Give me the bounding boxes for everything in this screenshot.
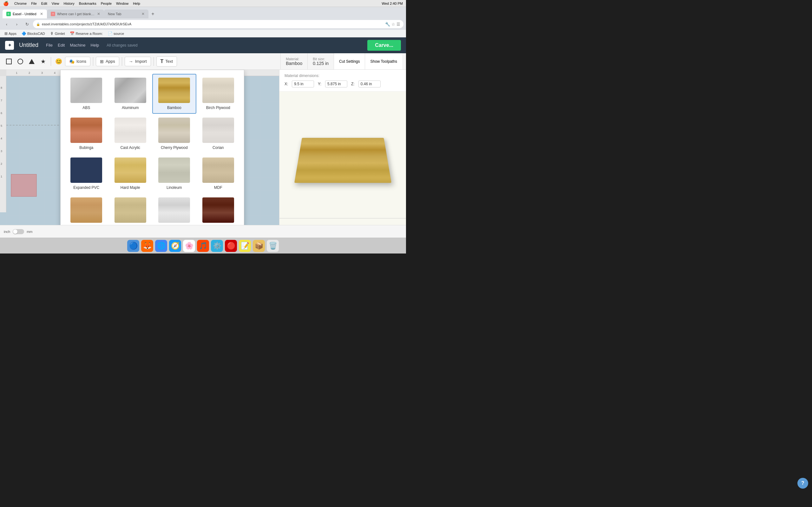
tab-title-newtab: New Tab xyxy=(108,12,121,16)
material-item-bottom1[interactable] xyxy=(64,193,108,225)
ruler-vertical: 8 7 6 5 4 3 2 1 xyxy=(0,76,6,212)
page-title[interactable]: Untitled xyxy=(19,42,38,49)
bookmark-star-icon[interactable]: ☆ xyxy=(392,22,395,26)
apps-button[interactable]: ⊞ Apps xyxy=(96,57,119,66)
square-icon xyxy=(6,59,12,64)
tab-newtab[interactable]: New Tab ✕ xyxy=(104,9,148,18)
material-item-birch-plywood[interactable]: Birch Plywood xyxy=(196,74,241,114)
material-thumb-linoleum xyxy=(158,158,190,183)
bookmark-apps[interactable]: ⊞ Apps xyxy=(3,31,18,37)
material-dropdown[interactable]: ABS Aluminum Bamboo Birch Plywood Bubing… xyxy=(60,70,244,225)
reload-button[interactable]: ↻ xyxy=(23,20,31,28)
triangle-icon xyxy=(29,59,35,64)
menu-item-machine[interactable]: Machine xyxy=(70,43,85,48)
cut-settings-label: Cut Settings xyxy=(339,59,360,64)
show-toolpaths-button[interactable]: Show Toolpaths xyxy=(365,53,402,69)
bookmark-gimlet[interactable]: 🎙 Gimlet xyxy=(48,31,67,37)
bookmark-source[interactable]: 📄 source xyxy=(106,31,126,37)
menu-help[interactable]: Help xyxy=(133,2,140,5)
material-name-abs: ABS xyxy=(83,106,90,110)
material-item-bottom2[interactable] xyxy=(108,193,153,225)
material-item-cherry-plywood[interactable]: Cherry Plywood xyxy=(152,114,196,154)
import-button[interactable]: → Import xyxy=(125,57,151,66)
tab-close-where[interactable]: ✕ xyxy=(97,12,100,16)
menu-people[interactable]: People xyxy=(101,2,112,5)
dock-trash[interactable]: 🗑️ xyxy=(267,240,279,252)
tab-close-easel[interactable]: ✕ xyxy=(40,12,43,16)
dim-z-input[interactable] xyxy=(358,80,380,88)
apple-menu[interactable]: 🍎 xyxy=(3,1,9,6)
canvas-area[interactable]: 1 2 3 4 5 6 8 7 6 5 4 3 2 1 xyxy=(0,70,279,225)
bookmark-blockscad[interactable]: 🔷 BlocksCAD xyxy=(20,31,47,37)
menu-edit[interactable]: Edit xyxy=(41,2,47,5)
dock-app1[interactable]: 🔴 xyxy=(225,240,237,252)
toggle-track[interactable] xyxy=(13,229,24,234)
main-area: 1 2 3 4 5 6 8 7 6 5 4 3 2 1 xyxy=(0,70,406,225)
material-item-bottom3[interactable] xyxy=(152,193,196,225)
omnibar[interactable]: 🔒 easel.inventables.com/projects/zTZdUkl… xyxy=(33,20,403,28)
carve-button[interactable]: Carve... xyxy=(367,40,401,51)
bit-value: 0.125 in xyxy=(313,61,328,66)
material-item-corian[interactable]: Corian xyxy=(196,114,241,154)
new-tab-button[interactable]: + xyxy=(148,9,157,18)
bookmark-label-source: source xyxy=(113,32,124,36)
svg-text:5: 5 xyxy=(1,124,2,127)
menu-window[interactable]: Window xyxy=(116,2,129,5)
material-item-abs[interactable]: ABS xyxy=(64,74,108,114)
tab-where[interactable]: ? Where can I get blank SVG... ✕ xyxy=(47,9,104,18)
svg-text:6: 6 xyxy=(1,112,2,115)
dock-finder[interactable]: 🔵 xyxy=(127,240,139,252)
dock-firefox[interactable]: 🦊 xyxy=(141,240,153,252)
material-item-bottom4[interactable] xyxy=(196,193,241,225)
material-item-expanded-pvc[interactable]: Expanded PVC xyxy=(64,154,108,193)
dock-stickies[interactable]: 📝 xyxy=(239,240,251,252)
svg-text:2: 2 xyxy=(1,162,2,165)
icons-button[interactable]: 🎭 Icons xyxy=(65,57,90,66)
dock-installer[interactable]: 📦 xyxy=(253,240,265,252)
bookmark-label-apps: Apps xyxy=(9,32,16,36)
bit-size-selector[interactable]: Bit size: 0.125 in xyxy=(307,53,334,69)
dock-photos[interactable]: 🌸 xyxy=(183,240,195,252)
material-item-bubinga[interactable]: Bubinga xyxy=(64,114,108,154)
menu-item-file[interactable]: File xyxy=(46,43,53,48)
material-item-linoleum[interactable]: Linoleum xyxy=(152,154,196,193)
dim-y-input[interactable] xyxy=(325,80,347,88)
tab-easel[interactable]: E Easel - Untitled ✕ xyxy=(3,9,47,18)
dock-cura[interactable]: ⚙️ xyxy=(211,240,223,252)
menu-bookmarks[interactable]: Bookmarks xyxy=(79,2,96,5)
menu-item-help[interactable]: Help xyxy=(91,43,99,48)
menu-view[interactable]: View xyxy=(52,2,59,5)
shape-circle-tool[interactable] xyxy=(15,56,26,66)
dock-music[interactable]: 🎵 xyxy=(197,240,209,252)
unit-toggle[interactable] xyxy=(13,229,24,234)
material-selector[interactable]: Material: Bamboo xyxy=(281,53,307,69)
forward-button[interactable]: › xyxy=(13,20,21,28)
bookmark-reserve[interactable]: 📅 Reserve a Room: xyxy=(68,31,105,37)
material-item-aluminum[interactable]: Aluminum xyxy=(108,74,153,114)
material-name-expanded-pvc: Expanded PVC xyxy=(73,185,99,190)
dock-safari[interactable]: 🧭 xyxy=(169,240,181,252)
menu-chrome[interactable]: Chrome xyxy=(14,2,27,5)
dim-x-input[interactable] xyxy=(292,80,314,88)
shape-triangle-tool[interactable] xyxy=(27,56,37,66)
extensions-icon[interactable]: 🔧 xyxy=(385,22,390,26)
cut-settings-button[interactable]: Cut Settings xyxy=(334,53,365,69)
source-favicon: 📄 xyxy=(108,32,113,36)
tab-close-newtab[interactable]: ✕ xyxy=(142,12,145,16)
back-button[interactable]: ‹ xyxy=(3,20,11,28)
menu-history[interactable]: History xyxy=(63,2,74,5)
svg-text:4: 4 xyxy=(1,137,2,140)
menu-item-edit[interactable]: Edit xyxy=(58,43,65,48)
emoji-tool[interactable]: 😊 xyxy=(54,56,64,66)
shape-square-tool[interactable] xyxy=(4,56,14,66)
shape-star-tool[interactable]: ★ xyxy=(38,56,48,66)
material-item-bamboo[interactable]: Bamboo xyxy=(152,74,196,114)
chrome-menu-icon[interactable]: ☰ xyxy=(397,22,400,26)
bookmark-label-reserve: Reserve a Room: xyxy=(75,32,103,36)
menu-file[interactable]: File xyxy=(31,2,37,5)
material-item-mdf[interactable]: MDF xyxy=(196,154,241,193)
dock-chrome[interactable]: 🌐 xyxy=(155,240,167,252)
text-button[interactable]: T Text xyxy=(156,56,177,66)
material-item-cast-acrylic[interactable]: Cast Acrylic xyxy=(108,114,153,154)
material-item-hard-maple[interactable]: Hard Maple xyxy=(108,154,153,193)
